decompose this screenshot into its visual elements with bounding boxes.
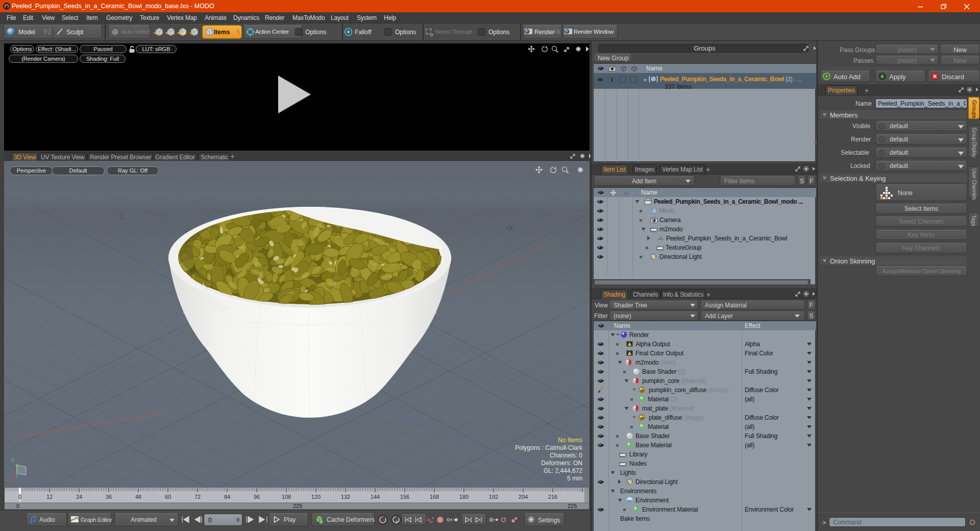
svg-text:225: 225 — [293, 503, 302, 509]
svg-text:180: 180 — [459, 494, 469, 500]
svg-text:0: 0 — [16, 503, 19, 509]
svg-text:Y: Y — [11, 458, 14, 464]
svg-text:36: 36 — [106, 494, 112, 500]
svg-text:96: 96 — [254, 494, 260, 500]
svg-text:Channels: 0: Channels: 0 — [550, 452, 582, 459]
svg-text:225: 225 — [568, 503, 577, 509]
svg-text:48: 48 — [135, 494, 141, 500]
svg-text:72: 72 — [194, 494, 201, 500]
svg-text:84: 84 — [224, 494, 230, 500]
svg-text:Polygons : Catmull-Clark: Polygons : Catmull-Clark — [515, 444, 583, 451]
svg-text:-Z: -Z — [118, 213, 124, 220]
svg-text:No Items: No Items — [558, 437, 582, 444]
svg-text:GL: 2,444,672: GL: 2,444,672 — [544, 467, 582, 474]
svg-text:60: 60 — [165, 494, 171, 500]
svg-text:216: 216 — [548, 494, 557, 500]
svg-text:156: 156 — [400, 494, 409, 500]
svg-text:+X: +X — [505, 225, 513, 232]
svg-text:Deformers: ON: Deformers: ON — [541, 460, 582, 467]
svg-text:0: 0 — [18, 494, 21, 500]
svg-text:120: 120 — [311, 494, 321, 500]
svg-text:5 mm: 5 mm — [567, 475, 582, 482]
svg-text:192: 192 — [489, 494, 498, 500]
svg-text:12: 12 — [46, 494, 53, 500]
svg-text:168: 168 — [430, 494, 439, 500]
svg-text:108: 108 — [282, 494, 291, 500]
svg-text:24: 24 — [76, 494, 82, 500]
svg-text:204: 204 — [519, 494, 528, 500]
svg-text:144: 144 — [371, 494, 380, 500]
svg-text:132: 132 — [341, 494, 350, 500]
